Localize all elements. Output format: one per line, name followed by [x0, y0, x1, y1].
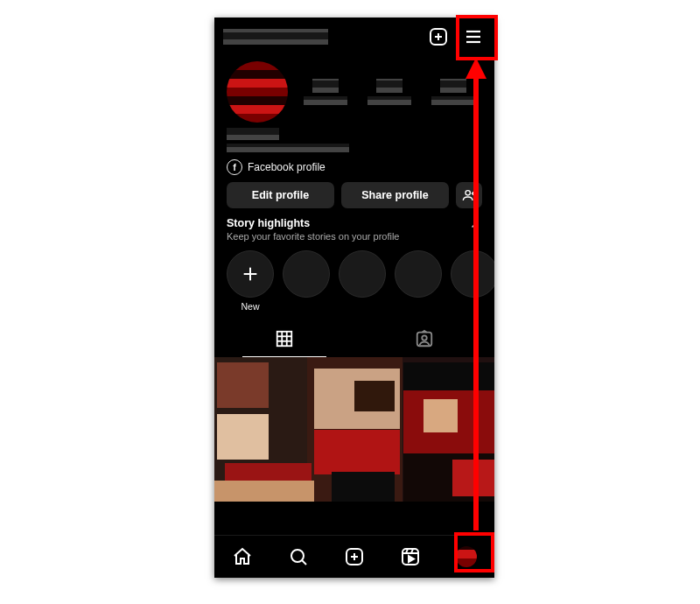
highlights-row[interactable]: New	[214, 242, 494, 315]
highlight-placeholder	[339, 250, 386, 312]
profile-header	[214, 18, 494, 56]
home-icon	[232, 546, 253, 567]
chevron-up-icon	[470, 221, 480, 231]
plus-square-icon	[428, 26, 449, 47]
svg-line-19	[302, 560, 306, 565]
highlight-placeholder	[451, 250, 494, 312]
share-profile-button[interactable]: Share profile	[341, 182, 449, 208]
facebook-profile-label: Facebook profile	[248, 161, 326, 173]
profile-bio	[214, 126, 494, 154]
nav-profile[interactable]	[449, 539, 484, 574]
svg-point-17	[422, 335, 427, 341]
stat-followers[interactable]	[366, 79, 413, 105]
highlights-header: Story highlights Keep your favorite stor…	[214, 217, 494, 242]
plus-icon	[241, 264, 260, 284]
nav-search[interactable]	[281, 539, 316, 574]
username-handle[interactable]	[223, 29, 328, 45]
svg-point-18	[291, 550, 304, 562]
highlight-placeholder	[395, 250, 442, 312]
menu-button[interactable]	[461, 25, 486, 49]
discover-people-button[interactable]	[456, 182, 482, 208]
nav-reels[interactable]	[393, 539, 428, 574]
bottom-nav	[214, 535, 494, 578]
posts-grid[interactable]	[214, 357, 494, 502]
search-icon	[288, 546, 309, 567]
bio-name	[227, 128, 279, 140]
edit-profile-button[interactable]: Edit profile	[227, 182, 334, 208]
stat-posts[interactable]	[302, 79, 349, 105]
profile-tabs	[214, 320, 494, 357]
svg-marker-27	[409, 556, 414, 562]
highlights-subtitle: Keep your favorite stories on your profi…	[227, 231, 400, 242]
svg-rect-11	[277, 332, 292, 347]
grid-icon	[275, 329, 294, 348]
add-user-icon	[462, 188, 476, 202]
highlight-new-label: New	[241, 301, 259, 312]
highlights-title: Story highlights	[227, 217, 400, 229]
stat-following[interactable]	[430, 79, 477, 105]
phone-frame: f Facebook profile Edit profile Share pr…	[214, 18, 494, 578]
profile-actions: Edit profile Share profile	[214, 182, 494, 217]
facebook-icon: f	[227, 159, 242, 175]
nav-home[interactable]	[225, 539, 260, 574]
profile-avatar[interactable]	[227, 61, 288, 123]
profile-stats	[297, 79, 482, 105]
nav-create[interactable]	[337, 539, 372, 574]
highlights-collapse-toggle[interactable]	[468, 219, 482, 233]
tagged-icon	[415, 329, 434, 348]
highlight-new[interactable]: New	[227, 250, 274, 312]
reels-icon	[400, 546, 421, 567]
bio-line	[227, 144, 349, 152]
plus-square-icon	[344, 546, 365, 567]
facebook-profile-link[interactable]: f Facebook profile	[214, 154, 494, 182]
tab-posts[interactable]	[214, 320, 354, 357]
create-button[interactable]	[426, 25, 451, 49]
profile-summary-row	[214, 56, 494, 126]
highlight-placeholder	[283, 250, 330, 312]
hamburger-icon	[463, 26, 484, 47]
nav-profile-avatar	[456, 546, 477, 567]
tab-tagged[interactable]	[354, 320, 494, 357]
svg-point-6	[466, 191, 470, 195]
